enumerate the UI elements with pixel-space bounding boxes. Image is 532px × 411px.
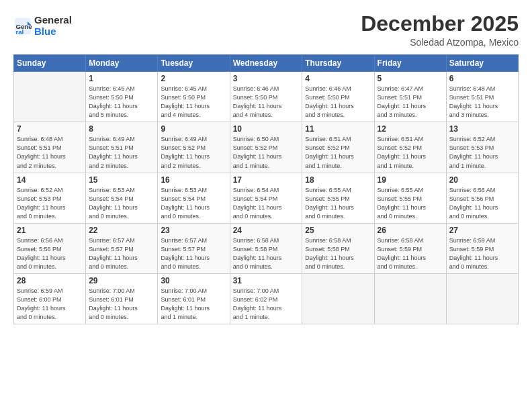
day-info: Sunrise: 6:59 AMSunset: 5:59 PMDaylight:… — [449, 236, 515, 271]
day-number: 21 — [17, 226, 83, 235]
calendar-cell: 29Sunrise: 7:00 AMSunset: 6:01 PMDayligh… — [86, 273, 158, 324]
day-number: 13 — [449, 124, 515, 134]
calendar-cell — [302, 273, 374, 324]
day-number: 30 — [161, 276, 226, 285]
day-number: 29 — [89, 276, 154, 285]
calendar-cell: 25Sunrise: 6:58 AMSunset: 5:58 PMDayligh… — [302, 223, 374, 273]
day-number: 27 — [449, 226, 515, 235]
weekday-header-friday: Friday — [374, 55, 446, 72]
day-info: Sunrise: 6:56 AMSunset: 5:56 PMDaylight:… — [449, 186, 515, 221]
day-info: Sunrise: 7:00 AMSunset: 6:01 PMDaylight:… — [161, 287, 226, 322]
logo-icon: Gene ral — [13, 17, 32, 36]
calendar-cell: 7Sunrise: 6:48 AMSunset: 5:51 PMDaylight… — [14, 122, 86, 173]
day-number: 18 — [305, 175, 371, 185]
calendar-cell: 8Sunrise: 6:49 AMSunset: 5:51 PMDaylight… — [86, 122, 158, 173]
day-info: Sunrise: 6:52 AMSunset: 5:53 PMDaylight:… — [449, 135, 515, 170]
calendar-cell: 18Sunrise: 6:55 AMSunset: 5:55 PMDayligh… — [302, 173, 374, 223]
weekday-header-tuesday: Tuesday — [158, 55, 230, 72]
day-number: 1 — [89, 74, 154, 83]
day-info: Sunrise: 6:56 AMSunset: 5:56 PMDaylight:… — [17, 236, 83, 271]
calendar-cell: 4Sunrise: 6:46 AMSunset: 5:50 PMDaylight… — [302, 72, 374, 122]
day-info: Sunrise: 6:48 AMSunset: 5:51 PMDaylight:… — [449, 85, 515, 120]
day-info: Sunrise: 6:48 AMSunset: 5:51 PMDaylight:… — [17, 135, 83, 170]
day-info: Sunrise: 6:55 AMSunset: 5:55 PMDaylight:… — [378, 186, 443, 221]
calendar-cell: 17Sunrise: 6:54 AMSunset: 5:54 PMDayligh… — [230, 173, 302, 223]
day-number: 17 — [233, 175, 300, 185]
day-info: Sunrise: 7:00 AMSunset: 6:02 PMDaylight:… — [233, 287, 300, 322]
day-number: 25 — [305, 226, 371, 235]
day-info: Sunrise: 6:54 AMSunset: 5:54 PMDaylight:… — [233, 186, 300, 221]
day-number: 16 — [161, 175, 226, 185]
day-info: Sunrise: 6:49 AMSunset: 5:52 PMDaylight:… — [161, 135, 226, 170]
weekday-header-wednesday: Wednesday — [230, 55, 302, 72]
day-number: 6 — [449, 74, 515, 83]
calendar-cell: 13Sunrise: 6:52 AMSunset: 5:53 PMDayligh… — [446, 122, 518, 173]
calendar-week-row: 14Sunrise: 6:52 AMSunset: 5:53 PMDayligh… — [14, 173, 519, 223]
day-info: Sunrise: 6:51 AMSunset: 5:52 PMDaylight:… — [378, 135, 443, 170]
day-number: 20 — [449, 175, 515, 185]
svg-text:ral: ral — [16, 28, 24, 36]
calendar-table: SundayMondayTuesdayWednesdayThursdayFrid… — [13, 54, 519, 324]
weekday-header-sunday: Sunday — [14, 55, 86, 72]
logo-line2: Blue — [34, 26, 56, 37]
day-info: Sunrise: 6:58 AMSunset: 5:58 PMDaylight:… — [233, 236, 300, 271]
day-number: 23 — [161, 226, 226, 235]
day-number: 10 — [233, 124, 300, 134]
calendar-cell: 5Sunrise: 6:47 AMSunset: 5:51 PMDaylight… — [374, 72, 446, 122]
calendar-cell: 21Sunrise: 6:56 AMSunset: 5:56 PMDayligh… — [14, 223, 86, 273]
calendar-cell: 16Sunrise: 6:53 AMSunset: 5:54 PMDayligh… — [158, 173, 230, 223]
day-number: 3 — [233, 74, 300, 83]
day-info: Sunrise: 6:46 AMSunset: 5:50 PMDaylight:… — [305, 85, 371, 120]
day-number: 4 — [305, 74, 371, 83]
day-info: Sunrise: 6:46 AMSunset: 5:50 PMDaylight:… — [233, 85, 300, 120]
calendar-cell: 15Sunrise: 6:53 AMSunset: 5:54 PMDayligh… — [86, 173, 158, 223]
day-number: 24 — [233, 226, 300, 235]
calendar-cell — [14, 72, 86, 122]
weekday-header-monday: Monday — [86, 55, 158, 72]
day-number: 19 — [378, 175, 443, 185]
weekday-header-saturday: Saturday — [446, 55, 518, 72]
logo-text: General Blue — [34, 15, 72, 37]
day-info: Sunrise: 6:57 AMSunset: 5:57 PMDaylight:… — [89, 236, 154, 271]
calendar-cell: 27Sunrise: 6:59 AMSunset: 5:59 PMDayligh… — [446, 223, 518, 273]
calendar-week-row: 28Sunrise: 6:59 AMSunset: 6:00 PMDayligh… — [14, 273, 519, 324]
day-number: 7 — [17, 124, 83, 134]
calendar-header-row: SundayMondayTuesdayWednesdayThursdayFrid… — [14, 55, 519, 72]
day-info: Sunrise: 6:52 AMSunset: 5:53 PMDaylight:… — [17, 186, 83, 221]
day-info: Sunrise: 6:53 AMSunset: 5:54 PMDaylight:… — [161, 186, 226, 221]
calendar-week-row: 1Sunrise: 6:45 AMSunset: 5:50 PMDaylight… — [14, 72, 519, 122]
day-number: 22 — [89, 226, 154, 235]
day-info: Sunrise: 6:49 AMSunset: 5:51 PMDaylight:… — [89, 135, 154, 170]
calendar-week-row: 7Sunrise: 6:48 AMSunset: 5:51 PMDaylight… — [14, 122, 519, 173]
day-number: 2 — [161, 74, 226, 83]
day-info: Sunrise: 6:45 AMSunset: 5:50 PMDaylight:… — [89, 85, 154, 120]
calendar-cell: 22Sunrise: 6:57 AMSunset: 5:57 PMDayligh… — [86, 223, 158, 273]
day-info: Sunrise: 6:51 AMSunset: 5:52 PMDaylight:… — [305, 135, 371, 170]
page: Gene ral General Blue December 2025 Sole… — [0, 0, 532, 411]
calendar-cell: 28Sunrise: 6:59 AMSunset: 6:00 PMDayligh… — [14, 273, 86, 324]
calendar-cell: 23Sunrise: 6:57 AMSunset: 5:57 PMDayligh… — [158, 223, 230, 273]
calendar-cell: 1Sunrise: 6:45 AMSunset: 5:50 PMDaylight… — [86, 72, 158, 122]
weekday-header-thursday: Thursday — [302, 55, 374, 72]
calendar-cell: 20Sunrise: 6:56 AMSunset: 5:56 PMDayligh… — [446, 173, 518, 223]
calendar-cell: 6Sunrise: 6:48 AMSunset: 5:51 PMDaylight… — [446, 72, 518, 122]
day-number: 14 — [17, 175, 83, 185]
calendar-cell: 26Sunrise: 6:58 AMSunset: 5:59 PMDayligh… — [374, 223, 446, 273]
logo-line1: General — [34, 14, 72, 26]
calendar-cell: 3Sunrise: 6:46 AMSunset: 5:50 PMDaylight… — [230, 72, 302, 122]
day-number: 9 — [161, 124, 226, 134]
day-info: Sunrise: 6:55 AMSunset: 5:55 PMDaylight:… — [305, 186, 371, 221]
day-number: 8 — [89, 124, 154, 134]
day-info: Sunrise: 6:58 AMSunset: 5:58 PMDaylight:… — [305, 236, 371, 271]
calendar-cell: 12Sunrise: 6:51 AMSunset: 5:52 PMDayligh… — [374, 122, 446, 173]
day-info: Sunrise: 6:58 AMSunset: 5:59 PMDaylight:… — [378, 236, 443, 271]
calendar-cell — [374, 273, 446, 324]
title-block: December 2025 Soledad Atzompa, Mexico — [361, 12, 519, 48]
day-number: 15 — [89, 175, 154, 185]
day-number: 11 — [305, 124, 371, 134]
calendar-cell: 11Sunrise: 6:51 AMSunset: 5:52 PMDayligh… — [302, 122, 374, 173]
calendar-cell: 31Sunrise: 7:00 AMSunset: 6:02 PMDayligh… — [230, 273, 302, 324]
calendar-cell: 14Sunrise: 6:52 AMSunset: 5:53 PMDayligh… — [14, 173, 86, 223]
day-number: 28 — [17, 276, 83, 285]
calendar-cell: 30Sunrise: 7:00 AMSunset: 6:01 PMDayligh… — [158, 273, 230, 324]
